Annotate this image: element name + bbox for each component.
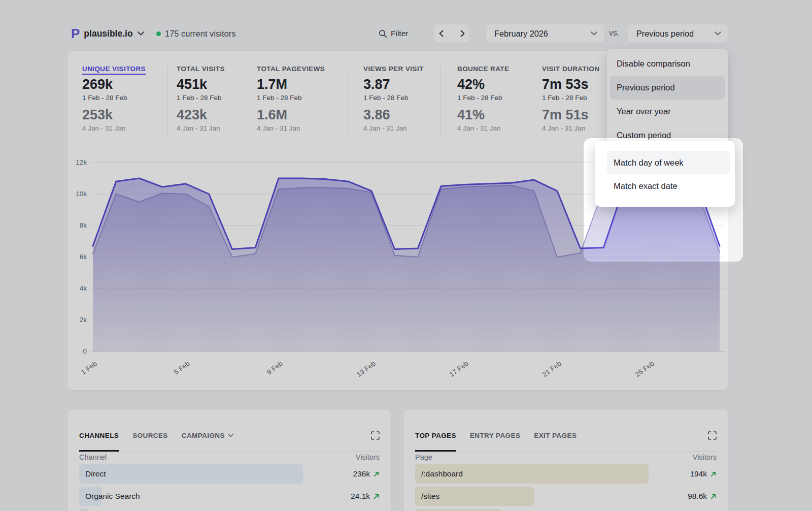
stat-unique-visitors[interactable]: UNIQUE VISITORS 269k 1 Feb - 28 Feb 253k… xyxy=(82,65,146,132)
tab-campaigns-label: CAMPAIGNS xyxy=(182,432,225,439)
tab-sources[interactable]: SOURCES xyxy=(132,432,168,439)
submenu-item-match-day-of-week[interactable]: Match day of week xyxy=(607,151,730,174)
stat-prev-period: 4 Jan - 31 Jan xyxy=(542,124,599,132)
row-value: 98.6k xyxy=(688,492,707,501)
comparison-selector[interactable]: Previous period xyxy=(628,24,728,43)
stat-prev-value: 41% xyxy=(457,107,509,123)
table-row[interactable]: Organic Search 24.1k xyxy=(79,487,380,506)
stat-prev-value: 3.86 xyxy=(363,107,424,123)
date-range-selector[interactable]: February 2026 xyxy=(486,24,604,43)
menu-item-disable-comparison[interactable]: Disable comparison xyxy=(610,52,725,76)
table-row[interactable]: /sites 98.6k xyxy=(415,487,717,506)
pages-table: /:dashboard 194k /sites 98.6k xyxy=(415,464,717,511)
row-label: Direct xyxy=(79,469,106,478)
stat-label: BOUNCE RATE xyxy=(457,65,509,73)
stat-label: TOTAL VISITS xyxy=(177,65,225,73)
pages-tabs: TOP PAGES ENTRY PAGES EXIT PAGES xyxy=(415,420,717,452)
stat-value: 451k xyxy=(177,76,225,92)
expand-icon[interactable] xyxy=(371,431,380,440)
stat-prev-value: 1.6M xyxy=(257,107,325,123)
stat-label: VISIT DURATION xyxy=(542,65,599,73)
tab-entry-pages[interactable]: ENTRY PAGES xyxy=(470,432,520,439)
bar xyxy=(79,464,303,484)
stat-prev-period: 4 Jan - 31 Jan xyxy=(177,124,225,132)
stat-prev-period: 4 Jan - 31 Jan xyxy=(257,124,325,132)
x-tick: 9 Feb xyxy=(254,360,284,385)
channels-tabs: CHANNELS SOURCES CAMPAIGNS xyxy=(79,420,380,452)
row-label: Organic Search xyxy=(79,492,140,501)
stat-value: 42% xyxy=(457,76,509,92)
column-visitors: Visitors xyxy=(693,453,717,461)
site-switcher[interactable]: P plausible.io xyxy=(71,25,144,42)
x-tick: 25 Feb xyxy=(626,360,656,385)
menu-item-previous-period[interactable]: Previous period xyxy=(610,76,725,100)
x-tick: 1 Feb xyxy=(69,360,98,385)
chevron-down-icon xyxy=(228,434,233,437)
channels-table-header: Channel Visitors xyxy=(79,453,380,461)
table-row[interactable]: Direct 236k xyxy=(79,464,380,484)
tab-top-pages[interactable]: TOP PAGES xyxy=(415,432,456,439)
chevron-down-icon xyxy=(591,31,597,36)
prev-period-arrow-icon[interactable] xyxy=(436,27,446,40)
column-channel: Channel xyxy=(79,453,107,461)
stat-views-per-visit[interactable]: VIEWS PER VISIT 3.87 1 Feb - 28 Feb 3.86… xyxy=(363,65,424,132)
expand-icon[interactable] xyxy=(708,431,717,440)
menu-item-year-over-year[interactable]: Year over year xyxy=(610,100,725,123)
bar xyxy=(415,509,501,511)
column-visitors: Visitors xyxy=(356,453,380,461)
stat-prev-period: 4 Jan - 31 Jan xyxy=(363,124,424,132)
stat-prev-value: 7m 51s xyxy=(542,107,599,123)
y-tick: 12k xyxy=(60,158,87,166)
stat-total-visits[interactable]: TOTAL VISITS 451k 1 Feb - 28 Feb 423k 4 … xyxy=(177,65,225,132)
tab-exit-pages[interactable]: EXIT PAGES xyxy=(534,432,577,439)
plausible-logo-icon: P xyxy=(71,27,79,40)
arrow-up-right-icon xyxy=(710,471,717,477)
next-period-arrow-icon[interactable] xyxy=(457,27,467,40)
stat-period: 1 Feb - 28 Feb xyxy=(542,94,599,102)
stat-period: 1 Feb - 28 Feb xyxy=(457,94,509,102)
tab-campaigns[interactable]: CAMPAIGNS xyxy=(182,432,233,439)
stat-value: 1.7M xyxy=(257,76,325,92)
stat-divider xyxy=(167,65,167,136)
x-tick: 5 Feb xyxy=(161,360,191,385)
stat-period: 1 Feb - 28 Feb xyxy=(177,94,225,102)
y-tick: 6k xyxy=(60,253,87,261)
table-row[interactable] xyxy=(79,509,380,511)
pages-table-header: Page Visitors xyxy=(415,453,717,461)
table-row[interactable]: /:dashboard 194k xyxy=(415,464,717,484)
y-tick: 8k xyxy=(60,221,87,229)
stat-period: 1 Feb - 28 Feb xyxy=(363,94,424,102)
row-value: 24.1k xyxy=(351,492,370,501)
submenu-item-match-exact-date[interactable]: Match exact date xyxy=(607,174,730,198)
table-row[interactable] xyxy=(415,509,717,511)
live-dot-icon xyxy=(156,31,161,36)
site-name: plausible.io xyxy=(84,28,132,39)
stat-label: TOTAL PAGEVIEWS xyxy=(257,65,325,73)
stat-prev-value: 423k xyxy=(177,107,225,123)
stat-value: 3.87 xyxy=(363,76,424,92)
stat-period: 1 Feb - 28 Feb xyxy=(82,94,146,102)
x-tick: 17 Feb xyxy=(440,360,470,385)
stat-prev-period: 4 Jan - 31 Jan xyxy=(457,124,509,132)
stat-visit-duration[interactable]: VISIT DURATION 7m 53s 1 Feb - 28 Feb 7m … xyxy=(542,65,599,132)
date-nav-group xyxy=(434,24,469,43)
pages-card: TOP PAGES ENTRY PAGES EXIT PAGES Page Vi… xyxy=(403,409,728,511)
row-value: 194k xyxy=(690,469,707,478)
y-tick: 4k xyxy=(60,284,87,292)
comparison-submenu: Match day of week Match exact date xyxy=(595,141,735,207)
x-tick: 13 Feb xyxy=(347,360,377,385)
stat-divider xyxy=(441,65,441,136)
column-page: Page xyxy=(415,453,432,461)
stat-total-pageviews[interactable]: TOTAL PAGEVIEWS 1.7M 1 Feb - 28 Feb 1.6M… xyxy=(257,65,325,132)
filter-button[interactable]: Filter xyxy=(379,26,408,41)
current-visitors[interactable]: 175 current visitors xyxy=(156,26,235,41)
stat-period: 1 Feb - 28 Feb xyxy=(257,94,325,102)
stat-label: VIEWS PER VISIT xyxy=(363,65,424,73)
tab-channels[interactable]: CHANNELS xyxy=(79,432,119,439)
channels-table: Direct 236k Organic Search 24.1k xyxy=(79,464,380,511)
stat-value: 269k xyxy=(82,76,146,92)
stat-divider xyxy=(348,65,348,136)
y-tick: 2k xyxy=(60,316,87,324)
stat-bounce-rate[interactable]: BOUNCE RATE 42% 1 Feb - 28 Feb 41% 4 Jan… xyxy=(457,65,509,132)
arrow-up-right-icon xyxy=(710,493,717,500)
